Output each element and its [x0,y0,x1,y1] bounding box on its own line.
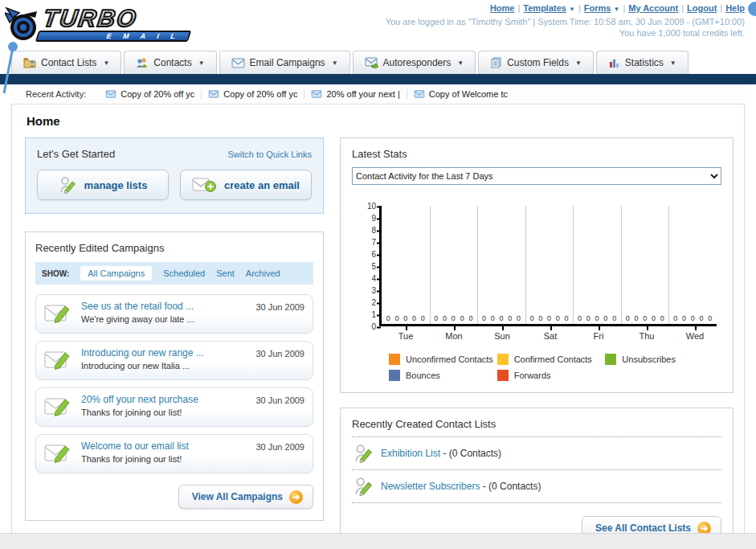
chart-gridline [573,206,574,324]
people-icon [136,57,149,68]
recently-created-contact-lists-panel: Recently Created Contact Lists Exhibitio… [340,408,734,549]
tab-contacts[interactable]: Contacts▼ [124,51,216,74]
filter-all-campaigns[interactable]: All Campaigns [80,266,152,281]
view-all-campaigns-label: View All Campaigns [192,491,283,502]
manage-lists-button[interactable]: manage lists [37,170,169,200]
recent-activity-item[interactable]: Copy of 20% off yc [99,89,202,99]
contact-list-item[interactable]: Exhibition List - (0 Contacts) [352,437,721,470]
x-axis-label-wed: Wed [671,326,719,341]
nav-link-forms[interactable]: Forms [584,3,611,13]
contact-list-link[interactable]: Newsletter Subscribers [381,481,480,492]
tab-contact-lists[interactable]: Contact Lists▼ [11,51,121,74]
campaign-title-link[interactable]: See us at the retail food ... [81,301,247,312]
documents-icon [490,57,502,68]
annotation-callout-dot [748,2,756,16]
chart-gridline [525,206,526,324]
envelope-icon [414,90,425,98]
legend-swatch-icon [497,354,509,365]
recent-activity-item[interactable]: Copy of 20% off yc [202,89,304,99]
page-footer [0,533,756,549]
campaign-item[interactable]: Welcome to our email list Thanks for joi… [35,434,313,473]
see-all-contact-lists-label: See All Contact Lists [595,522,691,534]
nav-link-help[interactable]: Help [725,3,745,13]
nav-link-home[interactable]: Home [490,3,515,13]
campaign-title-link[interactable]: Introducing our new range ... [81,347,247,358]
navy-divider-bar [0,74,756,84]
chart-value-labels-Fri: 00000 [573,314,621,322]
create-email-label: create an email [224,179,300,191]
tab-custom-fields[interactable]: Custom Fields▼ [478,51,594,74]
envelope-pencil-icon [44,303,72,324]
logo-email-bar: E M A I L [35,31,192,42]
campaign-item[interactable]: Introducing our new range ... Introducin… [35,341,313,380]
envelope-pencil-icon [44,350,72,371]
x-axis-label-mon: Mon [430,326,478,341]
tab-email-campaigns[interactable]: Email Campaigns▼ [219,51,350,74]
envelope-icon [208,90,219,98]
chevron-down-icon: ▼ [332,59,338,67]
envelope-arrow-icon [365,57,378,68]
filter-sent[interactable]: Sent [216,268,235,278]
y-axis-tick: 4 [371,274,382,283]
chevron-down-icon: ▼ [457,59,464,67]
show-label: SHOW: [42,269,69,278]
campaign-date: 30 Jun 2009 [255,394,304,420]
campaign-subtitle: Introducing our new Italia ... [81,361,247,371]
chart-legend: Unconfirmed ContactsConfirmed ContactsUn… [389,354,710,381]
latest-stats-title: Latest Stats [352,148,721,160]
tab-label: Statistics [625,57,664,68]
campaign-item[interactable]: See us at the retail food ... We're givi… [35,294,313,334]
tab-label: Contact Lists [41,57,96,68]
y-axis-tick: 8 [371,226,382,235]
x-axis-label-thu: Thu [623,326,671,341]
recent-activity-item[interactable]: 20% off your next | [304,89,407,99]
chart-plot-area: 0123456789100000000000000000000000000000… [379,206,717,326]
legend-item: Unsubscribes [605,354,710,365]
legend-swatch-icon [605,354,616,365]
bar-chart-icon [608,57,620,68]
turbo-email-logo: TURBO E M A I L [5,5,206,43]
view-all-campaigns-button[interactable]: View All Campaigns ➜ [178,485,313,509]
person-pencil-icon [59,176,76,194]
legend-item: Confirmed Contacts [497,354,603,365]
chart-value-labels-Tue: 00000 [382,314,430,322]
person-pencil-icon [353,444,373,463]
main-nav-tabs: Contact Lists▼ Contacts▼ Email Campaigns… [0,50,756,74]
campaign-title-link[interactable]: 20% off your next purchase [81,394,247,405]
campaign-item[interactable]: 20% off your next purchase Thanks for jo… [35,387,313,427]
campaign-title-link[interactable]: Welcome to our email list [81,440,247,452]
tab-statistics[interactable]: Statistics▼ [596,51,689,74]
recent-activity-item[interactable]: Copy of Welcome tc [407,89,514,99]
x-axis-label-sat: Sat [526,326,574,341]
nav-link-my-account[interactable]: My Account [628,3,678,13]
chevron-down-icon: ▼ [670,59,676,67]
contact-list-item[interactable]: Newsletter Subscribers - (0 Contacts) [352,470,721,503]
y-axis-tick: 10 [367,202,382,211]
manage-lists-label: manage lists [84,179,148,191]
stats-report-select[interactable]: Contact Activity for the Last 7 Days [352,167,721,185]
contact-list-link[interactable]: Exhibition List [381,448,440,459]
person-pencil-icon [353,477,373,496]
tab-autoresponders[interactable]: Autoresponders▼ [353,51,476,74]
recent-activity-label: Recent Activity: [26,89,86,99]
envelope-icon [311,90,322,98]
tab-label: Custom Fields [507,57,569,68]
campaign-subtitle: Thanks for joining our list! [81,408,247,417]
nav-link-templates[interactable]: Templates [523,3,566,13]
nav-link-logout[interactable]: Logout [687,3,717,13]
tab-label: Contacts [153,57,191,68]
chevron-down-icon: ▼ [198,59,205,67]
y-axis-tick: 5 [371,262,382,271]
campaign-subtitle: We're giving away our late ... [81,314,247,324]
switch-quick-links-link[interactable]: Switch to Quick Links [227,150,312,159]
chart-value-labels-Sat: 00000 [525,314,574,322]
header-right: Home|Templates ▼|Forms ▼|My Account|Logo… [386,3,745,38]
login-status-text: You are logged in as "Timothy Smith" | S… [386,17,745,27]
get-started-panel: Let's Get Started Switch to Quick Links … [25,137,324,214]
filter-archived[interactable]: Archived [246,268,280,278]
contact-lists-panel-title: Recently Created Contact Lists [352,418,721,437]
legend-swatch-icon [497,370,509,381]
filter-scheduled[interactable]: Scheduled [163,268,205,278]
create-email-button[interactable]: create an email [180,170,312,200]
campaign-date: 30 Jun 2009 [255,440,304,467]
